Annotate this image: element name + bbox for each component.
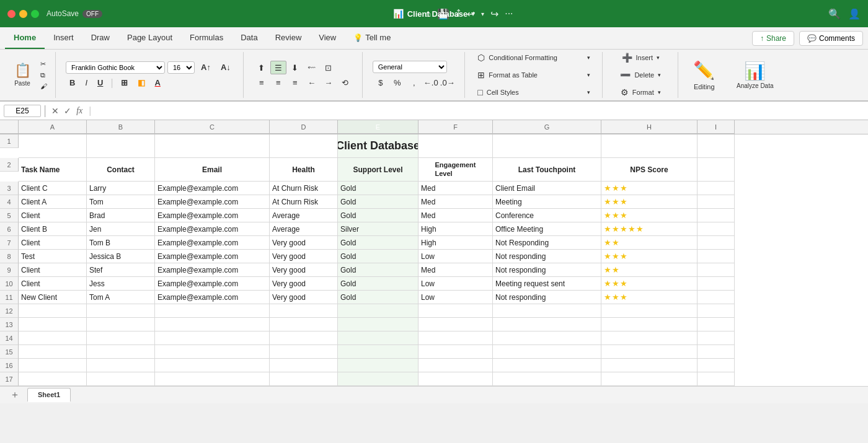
number-format-select[interactable]: General [373, 61, 447, 73]
cell-c7[interactable]: Example@example.com [155, 236, 270, 250]
cell-h6[interactable]: ★★★★★ [601, 222, 698, 236]
cell-g1[interactable] [493, 134, 601, 158]
cell-reference-input[interactable] [4, 105, 41, 117]
cell-g10[interactable]: Meeting request sent [493, 277, 601, 291]
cell-i11[interactable] [698, 291, 735, 304]
cell-g5[interactable]: Conference [493, 209, 601, 222]
tab-view[interactable]: View [310, 27, 345, 49]
cell-h8[interactable]: ★★★ [601, 250, 698, 263]
cell-i16[interactable] [698, 359, 735, 372]
cancel-formula-icon[interactable]: ✕ [51, 106, 59, 116]
cell-i1[interactable] [698, 134, 735, 158]
cell-e14[interactable] [338, 331, 418, 345]
cell-g7[interactable]: Not Responding [493, 236, 601, 250]
cell-h10[interactable]: ★★★ [601, 277, 698, 291]
analyze-data-section[interactable]: 📊 Analyze Data [730, 52, 780, 98]
cell-b13[interactable] [87, 318, 155, 331]
cell-a5[interactable]: Client [19, 209, 87, 222]
cell-g9[interactable]: Not responding [493, 263, 601, 277]
cell-c1[interactable] [155, 134, 270, 158]
increase-indent-button[interactable]: → [321, 76, 337, 89]
cell-d3[interactable]: At Churn Risk [270, 182, 338, 195]
row-header-3[interactable]: 3 [0, 182, 19, 195]
cell-d14[interactable] [270, 331, 338, 345]
cell-h13[interactable] [601, 318, 698, 331]
cell-f11[interactable]: Low [418, 291, 493, 304]
cell-e9[interactable]: Gold [338, 263, 418, 277]
cell-f7[interactable]: High [418, 236, 493, 250]
format-painter-button[interactable]: 🖌 [37, 81, 50, 91]
paste-button[interactable]: 📋 Paste [10, 53, 35, 97]
cell-c10[interactable]: Example@example.com [155, 277, 270, 291]
cut-button[interactable]: ✂ [37, 59, 50, 69]
autosave-badge[interactable]: OFF [82, 10, 102, 18]
format-as-table-button[interactable]: ⊞ Format as Table ▾ [472, 68, 596, 82]
cell-i17[interactable] [698, 372, 735, 386]
cell-a3[interactable]: Client C [19, 182, 87, 195]
cell-b14[interactable] [87, 331, 155, 345]
cell-e15[interactable] [338, 345, 418, 359]
row-header-9[interactable]: 9 [0, 263, 19, 277]
align-left-button[interactable]: ≡ [254, 76, 270, 89]
cell-b5[interactable]: Brad [87, 209, 155, 222]
fill-color-button[interactable]: ◧ [134, 76, 149, 89]
cell-c14[interactable] [155, 331, 270, 345]
tab-draw[interactable]: Draw [82, 27, 118, 49]
cell-d11[interactable]: Very good [270, 291, 338, 304]
cell-d1[interactable] [270, 134, 338, 158]
currency-button[interactable]: $ [373, 76, 389, 89]
border-button[interactable]: ⊞ [117, 76, 131, 89]
share-button[interactable]: ↑ Share [752, 31, 794, 46]
cell-i8[interactable] [698, 250, 735, 263]
cell-e1[interactable]: Client Database [338, 134, 418, 158]
cell-i15[interactable] [698, 345, 735, 359]
cell-d15[interactable] [270, 345, 338, 359]
tab-formulas[interactable]: Formulas [181, 27, 232, 49]
cell-f4[interactable]: Med [418, 195, 493, 209]
close-button[interactable] [7, 10, 16, 18]
cell-a2[interactable]: Task Name [19, 158, 87, 182]
cell-b17[interactable] [87, 372, 155, 386]
cell-e6[interactable]: Silver [338, 222, 418, 236]
cell-g12[interactable] [493, 304, 601, 318]
cell-b8[interactable]: Jessica B [87, 250, 155, 263]
cell-b16[interactable] [87, 359, 155, 372]
comma-button[interactable]: , [406, 76, 422, 89]
search-icon[interactable]: 🔍 [828, 8, 841, 20]
col-header-e[interactable]: E [338, 120, 418, 134]
italic-button[interactable]: I [81, 76, 91, 89]
underline-button[interactable]: U [94, 76, 107, 89]
format-button[interactable]: ⚙ Format ▾ [615, 85, 666, 100]
cell-g6[interactable]: Office Meeting [493, 222, 601, 236]
cell-c2[interactable]: Email [155, 158, 270, 182]
col-header-f[interactable]: F [418, 120, 493, 134]
cell-d12[interactable] [270, 304, 338, 318]
cell-c15[interactable] [155, 345, 270, 359]
cell-f10[interactable]: Low [418, 277, 493, 291]
add-sheet-button[interactable]: ＋ [5, 387, 25, 403]
row-header-17[interactable]: 17 [0, 372, 19, 386]
cell-a10[interactable]: Client [19, 277, 87, 291]
delete-button[interactable]: ➖ Delete ▾ [614, 68, 666, 82]
cell-a8[interactable]: Test [19, 250, 87, 263]
cell-i4[interactable] [698, 195, 735, 209]
cell-h5[interactable]: ★★★ [601, 209, 698, 222]
decrease-font-button[interactable]: A↓ [217, 61, 234, 74]
row-header-10[interactable]: 10 [0, 277, 19, 291]
cell-d13[interactable] [270, 318, 338, 331]
orientation-button[interactable]: ⟲ [337, 76, 353, 89]
cell-e3[interactable]: Gold [338, 182, 418, 195]
cell-f5[interactable]: Med [418, 209, 493, 222]
cell-h9[interactable]: ★★ [601, 263, 698, 277]
cell-h3[interactable]: ★★★ [601, 182, 698, 195]
cell-e12[interactable] [338, 304, 418, 318]
cell-i6[interactable] [698, 222, 735, 236]
copy-button[interactable]: ⧉ [37, 70, 50, 81]
cell-h11[interactable]: ★★★ [601, 291, 698, 304]
tab-review[interactable]: Review [267, 27, 311, 49]
cell-d4[interactable]: At Churn Risk [270, 195, 338, 209]
cell-g14[interactable] [493, 331, 601, 345]
row-header-15[interactable]: 15 [0, 345, 19, 359]
cell-c11[interactable]: Example@example.com [155, 291, 270, 304]
decrease-indent-button[interactable]: ← [304, 76, 320, 89]
